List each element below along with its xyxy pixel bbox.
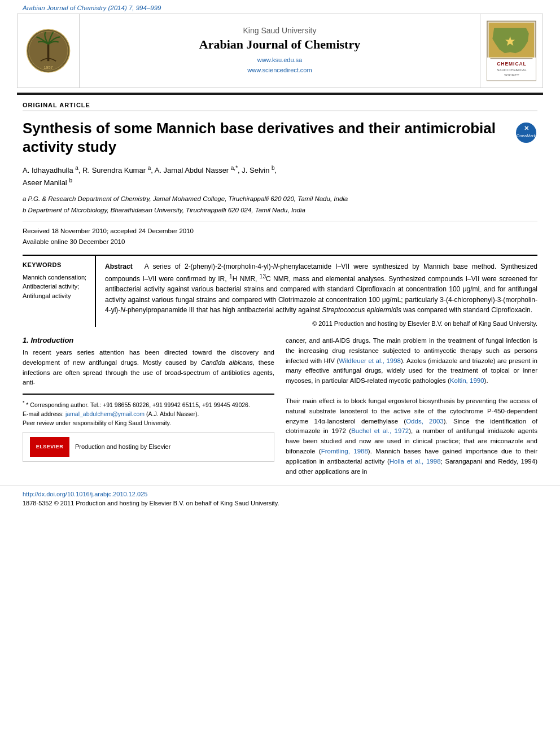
elsevier-logo-icon: ELSEVIER xyxy=(30,437,69,457)
corresponding-author: * * Corresponding author. Tel.: +91 9865… xyxy=(23,399,274,409)
ksu-logo-svg: 1957 xyxy=(24,23,72,79)
chemical-logo-svg: CHEMICAL SAUDI CHEMICAL SOCIETY xyxy=(486,20,537,82)
svg-text:CrossMark: CrossMark xyxy=(517,134,536,138)
right-paragraph2: Their main effect is to block fungal erg… xyxy=(286,396,537,477)
affiliation-b: b Department of Microbiology, Bharathida… xyxy=(23,206,537,215)
available-date: Available online 30 December 2010 xyxy=(23,237,537,247)
article-title: Synthesis of some Mannich base derivativ… xyxy=(23,119,515,156)
doi-link[interactable]: http://dx.doi.org/10.1016/j.arabjc.2010.… xyxy=(23,491,537,497)
right-column: cancer, and anti-AIDS drugs. The main pr… xyxy=(286,336,537,477)
body-columns: 1. Introduction In recent years series a… xyxy=(23,336,537,477)
svg-text:CHEMICAL: CHEMICAL xyxy=(497,61,527,67)
header-center: King Saud University Arabian Journal of … xyxy=(80,14,480,88)
email-address[interactable]: jamal_abdulchem@ymail.com xyxy=(65,410,145,417)
abstract-keywords-block: KEYWORDS Mannich condensation; Antibacte… xyxy=(23,255,537,327)
article-body: ORIGINAL ARTICLE Synthesis of some Manni… xyxy=(0,95,560,477)
article-type: ORIGINAL ARTICLE xyxy=(23,102,537,111)
authors: A. Idhayadhulla a, R. Surendra Kumar a, … xyxy=(23,164,537,189)
email-person: (A.J. Abdul Nasser). xyxy=(146,410,199,417)
citation-bar: Arabian Journal of Chemistry (2014) 7, 9… xyxy=(0,0,560,14)
intro-paragraph1: In recent years series attention has bee… xyxy=(23,348,274,388)
abstract-text: Abstract A series of 2-(phenyl)-2-(morph… xyxy=(105,261,537,316)
email-line: E-mail address: jamal_abdulchem@ymail.co… xyxy=(23,409,274,418)
ref-holla: Holla et al., 1998 xyxy=(390,458,441,465)
right-paragraph1: cancer, and anti-AIDS drugs. The main pr… xyxy=(286,336,537,386)
footnote-section: * * Corresponding author. Tel.: +91 9865… xyxy=(23,394,274,462)
svg-text:1957: 1957 xyxy=(43,65,53,70)
ref-koltin: Koltin, 1990 xyxy=(450,377,484,384)
left-column: 1. Introduction In recent years series a… xyxy=(23,336,274,477)
abstract-label: Abstract xyxy=(105,263,133,270)
keyword-2: Antibacterial activity; xyxy=(23,282,89,291)
keywords-title: KEYWORDS xyxy=(23,261,89,268)
affiliation-a: a P.G. & Research Department of Chemistr… xyxy=(23,194,537,204)
bottom-bar: http://dx.doi.org/10.1016/j.arabjc.2010.… xyxy=(0,486,560,511)
chemical-logo-container: CHEMICAL SAUDI CHEMICAL SOCIETY xyxy=(480,14,542,88)
svg-text:SOCIETY: SOCIETY xyxy=(504,73,519,77)
affiliations: a P.G. & Research Department of Chemistr… xyxy=(23,194,537,216)
abstract-column: Abstract A series of 2-(phenyl)-2-(morph… xyxy=(105,256,537,327)
intro-title: 1. Introduction xyxy=(23,336,274,344)
keywords-column: KEYWORDS Mannich condensation; Antibacte… xyxy=(23,256,96,327)
ref-buchel: Buchel et al., 1972 xyxy=(351,427,409,434)
received-date: Received 18 November 2010; accepted 24 D… xyxy=(23,226,537,236)
dates-section: Received 18 November 2010; accepted 24 D… xyxy=(23,221,537,247)
article-title-row: Synthesis of some Mannich base derivativ… xyxy=(23,119,537,156)
copyright-line: © 2011 Production and hosting by Elsevie… xyxy=(105,320,537,327)
ref-wildfeuer: Wildfeuer et al., 1998 xyxy=(339,357,401,364)
page: Arabian Journal of Chemistry (2014) 7, 9… xyxy=(0,0,560,747)
ref-fromtling: Fromtling, 1988 xyxy=(321,448,368,455)
crossmark-icon[interactable]: ✕ CrossMark xyxy=(515,121,537,144)
email-label: E-mail address: xyxy=(23,410,64,417)
citation-text: Arabian Journal of Chemistry (2014) 7, 9… xyxy=(23,5,161,11)
university-name: King Saud University xyxy=(243,26,317,35)
keyword-1: Mannich condensation; xyxy=(23,273,89,282)
journal-title: Arabian Journal of Chemistry xyxy=(199,37,360,52)
peer-review: Peer review under responsibility of King… xyxy=(23,418,274,427)
elsevier-text: Production and hosting by Elsevier xyxy=(75,442,170,452)
journal-link1[interactable]: www.ksu.edu.sa xyxy=(257,56,302,63)
svg-text:SAUDI CHEMICAL: SAUDI CHEMICAL xyxy=(497,68,527,72)
keyword-3: Antifungal activity xyxy=(23,291,89,301)
elsevier-logo-box: ELSEVIER Production and hosting by Elsev… xyxy=(23,432,274,462)
journal-link2[interactable]: www.sciencedirect.com xyxy=(247,67,312,73)
issn-line: 1878-5352 © 2011 Production and hosting … xyxy=(23,500,537,506)
ksu-logo-container: 1957 xyxy=(18,14,80,88)
journal-header: 1957 King Saud University Arabian Journa… xyxy=(17,14,543,88)
journal-links: www.ksu.edu.sa www.sciencedirect.com xyxy=(247,55,312,75)
ref-odds: Odds, 2003 xyxy=(406,418,444,425)
svg-text:✕: ✕ xyxy=(524,125,529,132)
